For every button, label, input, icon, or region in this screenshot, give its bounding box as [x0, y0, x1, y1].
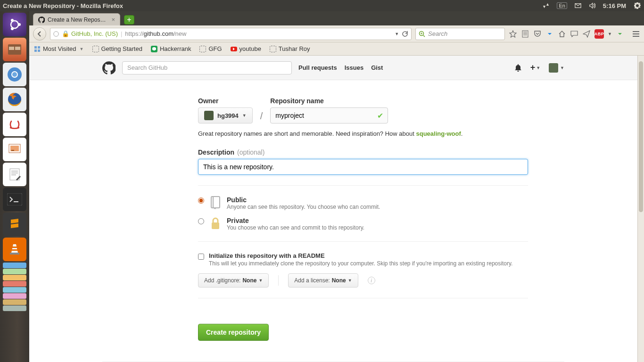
create-new-dropdown[interactable]: +▼	[530, 63, 540, 73]
close-tab-icon[interactable]: ×	[111, 16, 115, 23]
launcher-firefox[interactable]	[3, 88, 26, 111]
launcher-terminal[interactable]	[3, 188, 26, 211]
nav-issues[interactable]: Issues	[345, 64, 363, 71]
svg-point-0	[11, 21, 18, 28]
launcher-vlc[interactable]	[3, 238, 26, 261]
downloads-icon[interactable]	[545, 30, 554, 38]
launcher-stack[interactable]	[3, 293, 26, 299]
launcher-stack[interactable]	[3, 305, 26, 311]
launcher-sublime[interactable]	[3, 213, 26, 236]
github-header: Search GitHub Pull requests Issues Gist …	[29, 56, 637, 80]
github-logo-icon[interactable]	[102, 61, 116, 74]
description-input[interactable]	[198, 159, 528, 175]
launcher-app-1[interactable]	[3, 113, 26, 136]
launcher-impress[interactable]	[3, 138, 26, 161]
launcher-stack[interactable]	[3, 287, 26, 293]
page-icon	[199, 46, 206, 52]
url-history-dropdown-icon[interactable]: ▼	[395, 32, 399, 36]
bookmark-getting-started[interactable]: Getting Started	[92, 45, 142, 52]
svg-rect-34	[34, 46, 37, 49]
bookmark-hackerrank[interactable]: Hackerrank	[151, 45, 191, 52]
svg-rect-5	[9, 47, 14, 50]
send-icon[interactable]	[582, 30, 591, 38]
suggestion-link[interactable]: squealing-woof	[416, 130, 461, 137]
new-repo-form: Owner hg3994 ▼ / Repository name ✔ Great…	[198, 97, 528, 341]
nav-pull-requests[interactable]: Pull requests	[298, 64, 337, 71]
private-radio[interactable]	[198, 218, 204, 224]
launcher-dash[interactable]	[3, 13, 26, 36]
svg-rect-20	[12, 249, 17, 251]
vertical-scrollbar[interactable]	[637, 56, 644, 362]
launcher-stack[interactable]	[3, 263, 26, 268]
volume-icon[interactable]	[589, 2, 595, 9]
home-icon[interactable]	[558, 30, 566, 38]
owner-select[interactable]: hg3994 ▼	[198, 107, 253, 123]
abp-dropdown-icon[interactable]: ▼	[608, 32, 612, 36]
gitignore-select[interactable]: Add .gitignore: None▼	[198, 273, 269, 288]
svg-point-3	[11, 27, 14, 30]
bookmark-youtube[interactable]: youtube	[231, 45, 261, 52]
svg-point-22	[54, 31, 59, 36]
launcher-gedit[interactable]	[3, 163, 26, 186]
new-tab-button[interactable]: +	[124, 15, 134, 25]
svg-rect-21	[10, 253, 19, 255]
network-icon[interactable]	[543, 2, 549, 9]
grid-icon	[34, 46, 41, 52]
launcher-stack[interactable]	[3, 275, 26, 280]
bookmarks-list-icon[interactable]	[521, 30, 529, 38]
bookmark-star-icon[interactable]	[509, 30, 517, 38]
pocket-icon[interactable]	[533, 30, 542, 38]
keyboard-lang-indicator[interactable]: En	[557, 2, 567, 9]
bookmark-tushar[interactable]: Tushar Roy	[270, 45, 310, 52]
launcher-stack[interactable]	[3, 269, 26, 274]
create-repository-button[interactable]: Create repository	[198, 324, 269, 341]
adblock-icon[interactable]: ABP	[594, 29, 604, 39]
bookmark-most-visited[interactable]: Most Visited▼	[34, 45, 84, 52]
bookmark-gfg[interactable]: GFG	[199, 45, 222, 52]
license-info-icon[interactable]: i	[368, 277, 375, 284]
browser-tab[interactable]: Create a New Repos… ×	[33, 13, 120, 25]
check-icon: ✔	[377, 111, 383, 120]
launcher-files[interactable]	[3, 38, 26, 61]
tabstrip: Create a New Repos… × +	[29, 11, 644, 25]
visibility-private[interactable]: Private You choose who can see and commi…	[198, 217, 528, 231]
search-bar[interactable]: Search	[415, 28, 505, 40]
lock-icon	[210, 217, 221, 230]
visibility-public[interactable]: Public Anyone can see this repository. Y…	[198, 196, 528, 210]
navbar: 🔒 GitHub, Inc. (US) | https://github.com…	[29, 25, 644, 42]
clock[interactable]: 5:16 PM	[603, 2, 626, 9]
svg-rect-38	[211, 197, 220, 208]
url-bar[interactable]: 🔒 GitHub, Inc. (US) | https://github.com…	[50, 28, 412, 40]
reload-icon[interactable]	[402, 31, 408, 37]
chevron-down-icon: ▼	[242, 113, 247, 118]
hamburger-menu-icon[interactable]	[632, 30, 640, 38]
ubuntu-launcher	[0, 11, 29, 362]
youtube-icon	[231, 47, 237, 51]
github-search-input[interactable]: Search GitHub	[122, 61, 292, 74]
public-radio[interactable]	[198, 197, 204, 204]
svg-rect-40	[212, 222, 219, 229]
notifications-icon[interactable]	[514, 64, 522, 72]
user-menu[interactable]: ▼	[549, 63, 564, 73]
launcher-stack[interactable]	[3, 281, 26, 287]
back-button[interactable]	[33, 27, 46, 41]
ubuntu-menubar: Create a New Repository - Mozilla Firefo…	[0, 0, 644, 11]
launcher-stack[interactable]	[3, 299, 26, 305]
name-tip: Great repository names are short and mem…	[198, 130, 528, 137]
init-readme[interactable]: Initialize this repository with a README…	[198, 252, 528, 267]
gear-icon[interactable]	[634, 2, 641, 9]
launcher-chromium[interactable]	[3, 63, 26, 86]
license-select[interactable]: Add a license: None▼	[288, 273, 358, 288]
svg-rect-13	[11, 150, 14, 151]
mail-icon[interactable]	[575, 2, 581, 9]
nav-gist[interactable]: Gist	[371, 64, 383, 71]
repo-icon	[210, 196, 221, 209]
download-manager-icon[interactable]	[616, 30, 624, 38]
readme-checkbox[interactable]	[198, 254, 204, 260]
svg-point-1	[18, 23, 21, 26]
chat-icon[interactable]	[570, 30, 578, 38]
window-title: Create a New Repository - Mozilla Firefo…	[3, 2, 123, 9]
svg-line-24	[423, 35, 425, 37]
globe-icon	[53, 31, 59, 37]
reponame-input[interactable]	[270, 107, 388, 123]
